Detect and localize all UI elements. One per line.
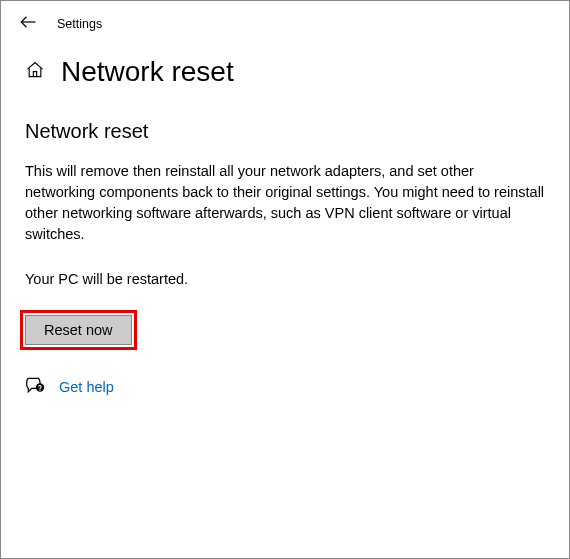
content-area: Network reset This will remove then rein… [1,96,569,399]
description-text: This will remove then reinstall all your… [25,161,545,245]
help-row: Get help [25,375,545,399]
page-header: Network reset [1,38,569,96]
get-help-icon [25,375,45,399]
reset-now-button[interactable]: Reset now [25,315,132,345]
svg-point-2 [39,390,40,391]
restart-warning: Your PC will be restarted. [25,271,545,287]
home-icon[interactable] [25,60,45,84]
section-heading: Network reset [25,120,545,143]
app-title: Settings [57,17,102,31]
title-bar: Settings [1,1,569,38]
get-help-link[interactable]: Get help [59,379,114,395]
back-icon[interactable] [19,13,37,34]
page-title: Network reset [61,56,234,88]
